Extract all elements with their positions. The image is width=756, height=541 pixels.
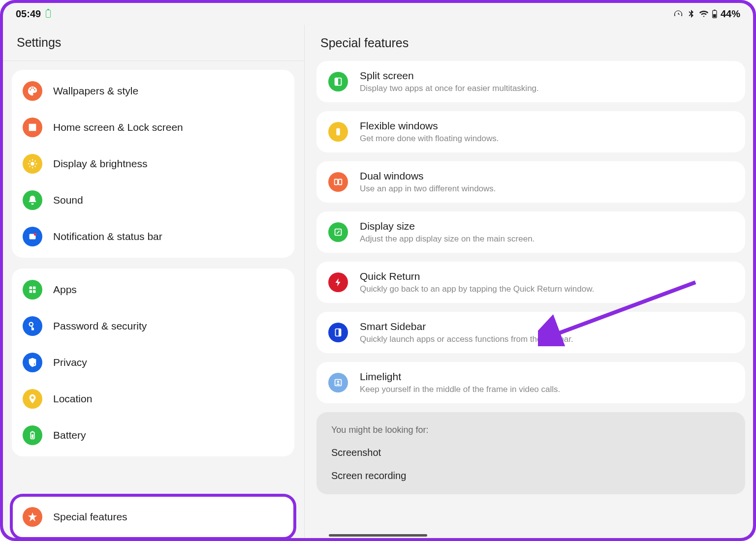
svg-point-13 (34, 233, 37, 236)
battery-icon (712, 9, 718, 19)
feature-title: Split screen (360, 70, 539, 82)
suggestions-card: You might be looking for: Screenshot Scr… (316, 412, 745, 494)
feature-title: Dual windows (360, 170, 496, 182)
sidebar-item-label: Apps (53, 284, 77, 296)
feature-desc: Get more done with floating windows. (360, 134, 499, 144)
feature-desc: Quickly launch apps or access functions … (360, 334, 573, 344)
svg-point-3 (31, 162, 34, 165)
svg-line-9 (35, 166, 36, 167)
svg-rect-22 (32, 434, 33, 438)
wifi-icon (699, 9, 709, 19)
sidebar-item-label: Display & brightness (53, 158, 147, 170)
split-screen-icon (328, 72, 348, 91)
settings-group-1: Wallpapers & style Home screen & Lock sc… (12, 70, 294, 258)
sidebar-item-label: Sound (53, 194, 83, 206)
key-icon (23, 316, 42, 336)
sidebar-item-label: Location (53, 393, 92, 405)
quick-return-icon (328, 272, 348, 292)
palette-icon (23, 81, 42, 101)
feature-display-size[interactable]: Display size Adjust the app display size… (316, 211, 745, 253)
feature-dual-windows[interactable]: Dual windows Use an app in two different… (316, 161, 745, 203)
sidebar-item-label: Wallpapers & style (53, 85, 138, 97)
flexible-windows-icon (328, 122, 348, 142)
svg-line-10 (30, 166, 31, 167)
shield-icon (23, 353, 42, 372)
battery-small-icon (46, 10, 51, 18)
left-pane: Settings Wallpapers & style Home screen … (3, 25, 305, 538)
sidebar-item-label: Privacy (53, 357, 87, 368)
feature-flexible-windows[interactable]: Flexible windows Get more done with floa… (316, 111, 745, 152)
device-screen: 05:49 44% Settings Wallpapers & style (3, 3, 753, 538)
feature-desc: Display two apps at once for easier mult… (360, 84, 539, 93)
star-icon (23, 507, 42, 527)
sidebar-item-battery[interactable]: Battery (12, 417, 294, 453)
svg-line-8 (30, 161, 31, 162)
settings-group-2: Apps Password & security Privacy Locatio… (12, 269, 294, 456)
feature-title: Limelight (360, 371, 560, 383)
sidebar-item-password-security[interactable]: Password & security (12, 308, 294, 344)
feature-title: Quick Return (360, 270, 594, 282)
notification-icon (23, 227, 42, 246)
battery-percent: 44% (721, 8, 740, 20)
settings-title: Settings (3, 25, 304, 61)
page-title: Special features (305, 25, 753, 61)
sidebar-item-sound[interactable]: Sound (12, 182, 294, 218)
sidebar-item-label: Notification & status bar (53, 231, 162, 242)
svg-rect-2 (713, 14, 716, 17)
bluetooth-icon (686, 9, 696, 19)
feature-desc: Adjust the app display size on the main … (360, 234, 535, 244)
pin-icon (23, 389, 42, 409)
limelight-icon (328, 373, 348, 392)
svg-point-33 (337, 381, 340, 383)
sidebar-item-label: Password & security (53, 320, 147, 332)
feature-desc: Use an app in two different windows. (360, 184, 496, 194)
status-bar: 05:49 44% (3, 3, 753, 25)
sidebar-item-home-lock-screen[interactable]: Home screen & Lock screen (12, 109, 294, 146)
sidebar-item-display-brightness[interactable]: Display & brightness (12, 146, 294, 182)
sidebar-item-privacy[interactable]: Privacy (12, 344, 294, 381)
sidebar-item-label: Special features (53, 511, 127, 523)
feature-title: Smart Sidebar (360, 321, 573, 332)
sidebar-item-special-features[interactable]: Special features (12, 499, 294, 535)
suggestions-hint: You might be looking for: (331, 425, 730, 435)
status-icons: 44% (673, 8, 740, 20)
svg-rect-1 (714, 10, 715, 11)
feature-desc: Quickly go back to an app by tapping the… (360, 284, 594, 294)
svg-rect-14 (30, 287, 32, 290)
feature-smart-sidebar[interactable]: Smart Sidebar Quickly launch apps or acc… (316, 312, 745, 353)
svg-rect-25 (336, 128, 340, 136)
speed-icon (673, 9, 683, 19)
grid-icon (23, 280, 42, 300)
suggestion-item[interactable]: Screenshot (331, 447, 730, 458)
battery-icon (23, 425, 42, 445)
sidebar-item-apps[interactable]: Apps (12, 271, 294, 308)
bell-icon (23, 190, 42, 210)
feature-title: Display size (360, 220, 535, 232)
svg-rect-30 (339, 329, 341, 336)
feature-quick-return[interactable]: Quick Return Quickly go back to an app b… (316, 262, 745, 303)
sidebar-item-wallpapers-style[interactable]: Wallpapers & style (12, 73, 294, 109)
annotation-frame: 05:49 44% Settings Wallpapers & style (0, 0, 756, 541)
sun-icon (23, 154, 42, 174)
svg-rect-26 (335, 180, 338, 185)
sidebar-item-label: Home screen & Lock screen (53, 121, 183, 133)
sidebar-item-notification-statusbar[interactable]: Notification & status bar (12, 218, 294, 255)
svg-rect-16 (30, 290, 32, 293)
home-indicator[interactable] (329, 534, 427, 537)
svg-rect-21 (32, 431, 33, 432)
sidebar-item-label: Battery (53, 429, 86, 441)
suggestion-item[interactable]: Screen recording (331, 470, 730, 481)
image-icon (23, 118, 42, 137)
feature-split-screen[interactable]: Split screen Display two apps at once fo… (316, 61, 745, 102)
display-size-icon (328, 222, 348, 242)
svg-line-11 (35, 161, 36, 162)
feature-desc: Keep yourself in the middle of the frame… (360, 385, 560, 394)
sidebar-item-location[interactable]: Location (12, 381, 294, 417)
dual-windows-icon (328, 172, 348, 192)
right-pane: Special features Split screen Display tw… (305, 25, 753, 538)
smart-sidebar-icon (328, 323, 348, 342)
status-time: 05:49 (16, 8, 41, 20)
feature-limelight[interactable]: Limelight Keep yourself in the middle of… (316, 362, 745, 403)
svg-point-18 (30, 323, 33, 326)
svg-rect-24 (335, 78, 338, 86)
